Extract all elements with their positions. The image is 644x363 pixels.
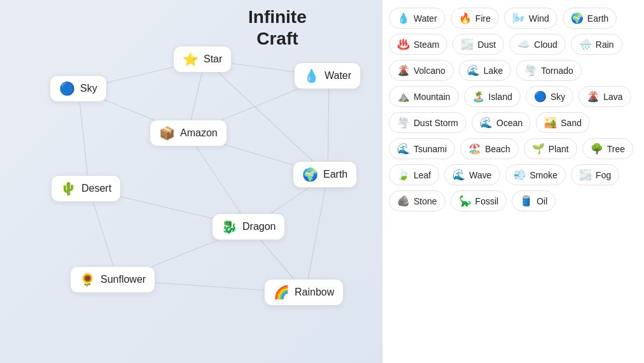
chip-label: Ocean (496, 118, 522, 128)
craft-item-desert[interactable]: 🌵Desert (51, 175, 121, 202)
chip-emoji: 🌊 (397, 143, 410, 155)
rainbow-emoji: 🌈 (274, 285, 290, 300)
chip-label: Wind (529, 13, 549, 24)
craft-item-star[interactable]: ⭐Star (173, 46, 232, 73)
chip-emoji: 🌋 (587, 90, 599, 103)
item-chip-plant[interactable]: 🌱Plant (524, 138, 577, 159)
water-label: Water (325, 70, 351, 82)
chip-label: Dust Storm (414, 118, 458, 128)
chip-label: Lake (484, 66, 503, 76)
chip-emoji: 🏝️ (472, 90, 485, 103)
item-chip-sky[interactable]: 🔵Sky (526, 86, 573, 107)
item-chip-island[interactable]: 🏝️Island (464, 86, 521, 107)
item-chip-mountain[interactable]: ⛰️Mountain (389, 86, 459, 107)
items-panel[interactable]: 💧Water🔥Fire🌬️Wind🌍Earth♨️Steam🌫️Dust☁️Cl… (382, 0, 644, 363)
chip-emoji: 🌫️ (579, 169, 592, 181)
chip-emoji: 🌱 (532, 143, 545, 155)
item-chip-rain[interactable]: 🌧️Rain (571, 34, 622, 55)
chip-label: Fossil (475, 196, 499, 206)
chip-label: Smoke (530, 170, 558, 180)
svg-line-11 (305, 175, 328, 293)
svg-line-2 (78, 89, 89, 189)
chip-label: Plant (549, 144, 569, 154)
item-chip-wind[interactable]: 🌬️Wind (504, 8, 557, 29)
chip-label: Tornado (541, 66, 573, 76)
chip-emoji: 🌳 (591, 143, 603, 155)
craft-item-dragon[interactable]: 🐉Dragon (212, 213, 285, 240)
chip-label: Mountain (414, 92, 451, 102)
star-emoji: ⭐ (183, 52, 199, 67)
craft-item-amazon[interactable]: 📦Amazon (150, 120, 227, 146)
item-chip-beach[interactable]: 🏖️Beach (460, 138, 519, 159)
dragon-emoji: 🐉 (221, 219, 237, 234)
craft-item-earth[interactable]: 🌍Earth (293, 161, 357, 188)
chip-label: Island (489, 92, 512, 102)
craft-item-water[interactable]: 💧Water (294, 62, 361, 89)
item-chip-tornado[interactable]: 🌪️Tornado (516, 60, 582, 81)
chip-label: Earth (587, 13, 608, 24)
item-chip-fire[interactable]: 🔥Fire (451, 8, 499, 29)
items-grid: 💧Water🔥Fire🌬️Wind🌍Earth♨️Steam🌫️Dust☁️Cl… (389, 8, 638, 211)
chip-label: Fire (475, 13, 491, 24)
sunflower-label: Sunflower (101, 274, 146, 285)
chip-emoji: ⛰️ (397, 90, 410, 103)
item-chip-smoke[interactable]: 💨Smoke (505, 164, 566, 185)
item-chip-oil[interactable]: 🛢️Oil (512, 190, 556, 211)
rainbow-label: Rainbow (295, 287, 334, 298)
item-chip-cloud[interactable]: ☁️Cloud (509, 34, 566, 55)
chip-emoji: 🌧️ (579, 38, 592, 50)
item-chip-volcano[interactable]: 🌋Volcano (389, 60, 454, 81)
craft-item-sky[interactable]: 🔵Sky (50, 75, 107, 102)
chip-emoji: 🌪️ (397, 117, 410, 129)
craft-item-rainbow[interactable]: 🌈Rainbow (264, 279, 344, 306)
item-chip-lake[interactable]: 🌊Lake (459, 60, 511, 81)
item-chip-dust-storm[interactable]: 🌪️Dust Storm (389, 112, 466, 133)
item-chip-fossil[interactable]: 🦕Fossil (451, 190, 507, 211)
item-chip-wave[interactable]: 🌊Wave (444, 164, 500, 185)
chip-emoji: 🪨 (397, 195, 410, 207)
item-chip-fog[interactable]: 🌫️Fog (571, 164, 619, 185)
item-chip-leaf[interactable]: 🍃Leaf (389, 164, 439, 185)
chip-emoji: 🏖️ (468, 143, 481, 155)
chip-emoji: 🌍 (571, 12, 584, 24)
chip-emoji: 🌪️ (524, 64, 537, 76)
item-chip-sand[interactable]: 🏜️Sand (536, 112, 590, 133)
chip-label: Rain (596, 39, 614, 50)
chip-label: Leaf (414, 170, 431, 180)
amazon-emoji: 📦 (159, 125, 175, 141)
item-chip-lava[interactable]: 🌋Lava (578, 86, 631, 107)
earth-emoji: 🌍 (302, 167, 318, 182)
chip-label: Beach (485, 144, 510, 154)
craft-item-sunflower[interactable]: 🌻Sunflower (70, 266, 155, 293)
item-chip-dust[interactable]: 🌫️Dust (452, 34, 504, 55)
chip-emoji: 🏜️ (544, 117, 557, 129)
chip-label: Sand (561, 118, 582, 128)
chip-emoji: ♨️ (397, 38, 410, 50)
chip-label: Sky (550, 92, 565, 102)
water-emoji: 💧 (304, 68, 319, 83)
app-title: InfiniteCraft (248, 6, 307, 49)
chip-label: Dust (477, 39, 496, 50)
amazon-label: Amazon (180, 127, 218, 139)
chip-emoji: 🦕 (459, 195, 472, 207)
chip-emoji: 🌋 (397, 64, 410, 76)
item-chip-steam[interactable]: ♨️Steam (389, 34, 447, 55)
chip-label: Wave (469, 170, 491, 180)
item-chip-water[interactable]: 💧Water (389, 8, 445, 29)
desert-label: Desert (81, 183, 111, 194)
chip-emoji: 🔥 (459, 12, 472, 24)
chip-label: Tsunami (414, 144, 447, 154)
chip-label: Fog (596, 170, 611, 180)
chip-emoji: 🔵 (534, 90, 547, 103)
item-chip-tree[interactable]: 🌳Tree (582, 138, 633, 159)
item-chip-tsunami[interactable]: 🌊Tsunami (389, 138, 455, 159)
chip-label: Cloud (534, 39, 557, 50)
chip-emoji: 🌊 (480, 117, 493, 129)
sky-emoji: 🔵 (59, 81, 75, 96)
item-chip-stone[interactable]: 🪨Stone (389, 190, 445, 211)
chip-label: Tree (607, 144, 625, 154)
chip-emoji: 🌊 (467, 64, 480, 76)
item-chip-earth[interactable]: 🌍Earth (563, 8, 617, 29)
item-chip-ocean[interactable]: 🌊Ocean (472, 112, 531, 133)
chip-label: Water (414, 13, 437, 24)
